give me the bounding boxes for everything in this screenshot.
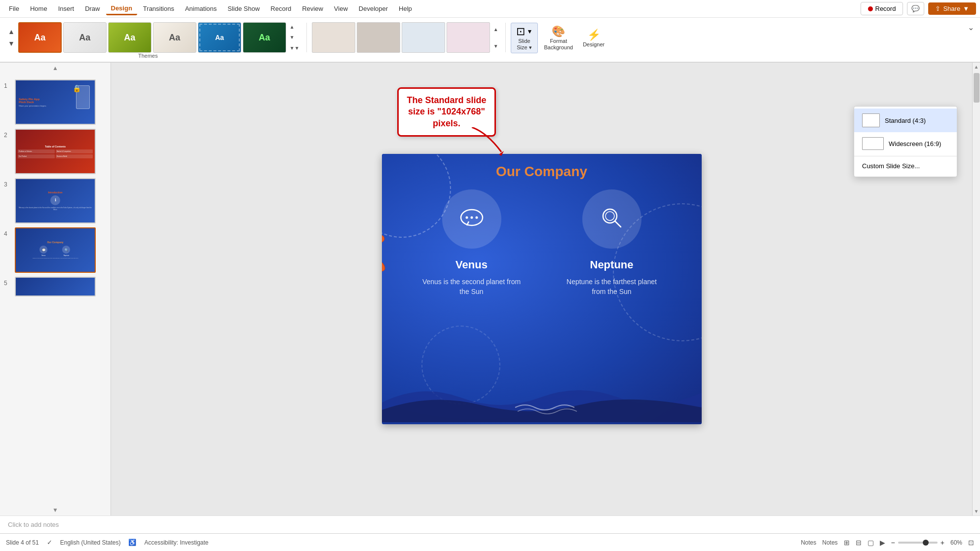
share-btn-label: Share: [943, 5, 960, 12]
view-presenter-icon[interactable]: ▶: [880, 539, 885, 547]
menu-animations[interactable]: Animations: [180, 3, 222, 14]
right-scroll-up[interactable]: ▲: [973, 63, 980, 71]
annotation-text: The Standard slide size is "1024x768" pi…: [407, 95, 487, 129]
variants-scroll-down[interactable]: ▼: [491, 41, 500, 51]
notes-btn[interactable]: Notes: [801, 539, 816, 546]
accessibility-status[interactable]: Accessibility: Investigate: [144, 539, 208, 546]
divider-1: [306, 23, 307, 52]
menu-right-actions: Record 💬 ⇧ Share ▼: [861, 2, 977, 15]
comment-button[interactable]: 💬: [907, 2, 924, 15]
zoom-track[interactable]: [898, 542, 938, 544]
menu-draw[interactable]: Draw: [80, 3, 105, 14]
themes-expand[interactable]: ▼▼: [288, 43, 302, 53]
zoom-level[interactable]: 60%: [950, 539, 962, 546]
menu-transitions[interactable]: Transitions: [138, 3, 179, 14]
slide3-icon: ℹ: [50, 195, 60, 205]
menu-record[interactable]: Record: [265, 3, 296, 14]
view-normal-icon[interactable]: ⊞: [844, 539, 850, 547]
notes-label[interactable]: Notes: [822, 539, 837, 546]
slide4-thumb-cols: 💬 Venus Venus is the second planet from …: [33, 246, 78, 259]
record-btn-label: Record: [875, 5, 896, 12]
safety-pin-icon: [382, 233, 386, 272]
venus-description: Venus is the second planet from the Sun: [422, 277, 521, 296]
theme-4[interactable]: Aa: [153, 22, 196, 53]
slide-number-3: 3: [4, 181, 12, 188]
svg-point-2: [470, 217, 473, 219]
themes-scroll-down[interactable]: ▼: [6, 37, 17, 49]
slide2-grid: Problem vs Solution Market & Competition…: [18, 149, 93, 158]
record-button[interactable]: Record: [861, 2, 904, 15]
slide-thumbnail-4[interactable]: 4 Our Company 💬 Venus Venus is the secon…: [0, 225, 111, 275]
menu-file[interactable]: File: [4, 3, 24, 14]
themes-right-scroll-up[interactable]: ▲: [288, 22, 302, 32]
menu-help[interactable]: Help: [394, 3, 417, 14]
neptune-column: Neptune Neptune is the farthest planet f…: [563, 189, 661, 296]
widescreen-option[interactable]: Widescreen (16:9): [854, 132, 957, 155]
slide-thumbnail-5[interactable]: 5: [0, 275, 111, 298]
slide-thumbnail-2[interactable]: 2 Table of Contents Problem vs Solution …: [0, 127, 111, 176]
theme-5[interactable]: Aa: [198, 22, 241, 53]
variant-4[interactable]: [447, 22, 490, 53]
right-scroll-down[interactable]: ▼: [973, 507, 980, 515]
theme-1[interactable]: Aa: [18, 22, 62, 53]
variants-scroll-up[interactable]: ▲: [491, 25, 500, 34]
slide-thumbnail-3[interactable]: 3 Introduction ℹ Mercury is the closest …: [0, 176, 111, 225]
standard-label: Standard (4:3): [885, 117, 926, 124]
menu-view[interactable]: View: [329, 3, 353, 14]
menu-design[interactable]: Design: [106, 2, 137, 15]
format-bg-label: Format Background: [544, 38, 573, 51]
magnifier-icon: [597, 204, 627, 234]
main-slide-canvas[interactable]: Our Company: [382, 154, 702, 424]
slide-4-preview: Our Company 💬 Venus Venus is the second …: [15, 227, 96, 273]
theme-2[interactable]: Aa: [63, 22, 107, 53]
theme-3[interactable]: Aa: [108, 22, 151, 53]
menu-developer[interactable]: Developer: [354, 3, 393, 14]
menu-review[interactable]: Review: [297, 3, 328, 14]
view-slide-sorter-icon[interactable]: ⊟: [856, 539, 862, 547]
theme-6[interactable]: Aa: [243, 22, 286, 53]
widescreen-label: Widescreen (16:9): [889, 140, 941, 147]
standard-option[interactable]: Standard (4:3): [854, 109, 957, 132]
zoom-plus-btn[interactable]: +: [941, 539, 944, 547]
menu-home[interactable]: Home: [25, 3, 52, 14]
slide-thumbnail-1[interactable]: 1 Safety Pin App Pitch Deck Share your p…: [0, 77, 111, 127]
standard-slide-icon: [862, 113, 880, 127]
right-scroll-thumb[interactable]: [974, 73, 980, 103]
panel-scroll-up[interactable]: ▲: [0, 63, 111, 73]
menu-insert[interactable]: Insert: [53, 3, 79, 14]
status-right: Notes Notes ⊞ ⊟ ▢ ▶ − + 60% ⊡: [801, 539, 974, 547]
ribbon-expand[interactable]: ⌄: [968, 23, 974, 32]
slide1-lock-icon: 🔒: [73, 84, 81, 92]
zoom-minus-btn[interactable]: −: [891, 539, 895, 547]
variant-3[interactable]: [402, 22, 445, 53]
panel-scroll-down[interactable]: ▼: [0, 505, 111, 515]
share-icon: ⇧: [935, 5, 941, 12]
venus-column: Venus Venus is the second planet from th…: [422, 189, 521, 296]
view-reading-icon[interactable]: ▢: [867, 539, 874, 547]
slide-size-button[interactable]: ⊡ ▼ SlideSize ▾: [511, 23, 538, 53]
variant-1[interactable]: [312, 22, 355, 53]
fit-slide-icon[interactable]: ⊡: [968, 539, 974, 547]
slide-info: Slide 4 of 51: [6, 539, 39, 546]
dropdown-divider: [854, 156, 957, 156]
themes-scroll-up[interactable]: ▲: [6, 26, 17, 37]
zoom-thumb[interactable]: [923, 540, 929, 546]
slide-list: 1 Safety Pin App Pitch Deck Share your p…: [0, 73, 111, 505]
svg-point-7: [382, 235, 384, 242]
language[interactable]: English (United States): [60, 539, 121, 546]
custom-size-option[interactable]: Custom Slide Size...: [854, 157, 957, 175]
widescreen-slide-icon: [862, 137, 884, 150]
themes-right-scroll-down[interactable]: ▼: [288, 33, 302, 42]
variant-2[interactable]: [357, 22, 400, 53]
svg-point-5: [605, 212, 614, 220]
format-bg-icon: 🎨: [552, 25, 565, 38]
ribbon: File Home Insert Draw Design Transitions…: [0, 0, 980, 63]
format-background-button[interactable]: 🎨 Format Background: [540, 23, 577, 53]
designer-button[interactable]: ⚡ Designer: [579, 27, 608, 50]
custom-size-label: Custom Slide Size...: [862, 162, 920, 170]
slide-panel: ▲ 1 Safety Pin App Pitch Deck Share your…: [0, 63, 111, 515]
notes-placeholder[interactable]: Click to add notes: [8, 521, 59, 528]
menu-slideshow[interactable]: Slide Show: [223, 3, 264, 14]
share-chevron-icon: ▼: [963, 5, 969, 12]
share-button[interactable]: ⇧ Share ▼: [928, 2, 976, 15]
